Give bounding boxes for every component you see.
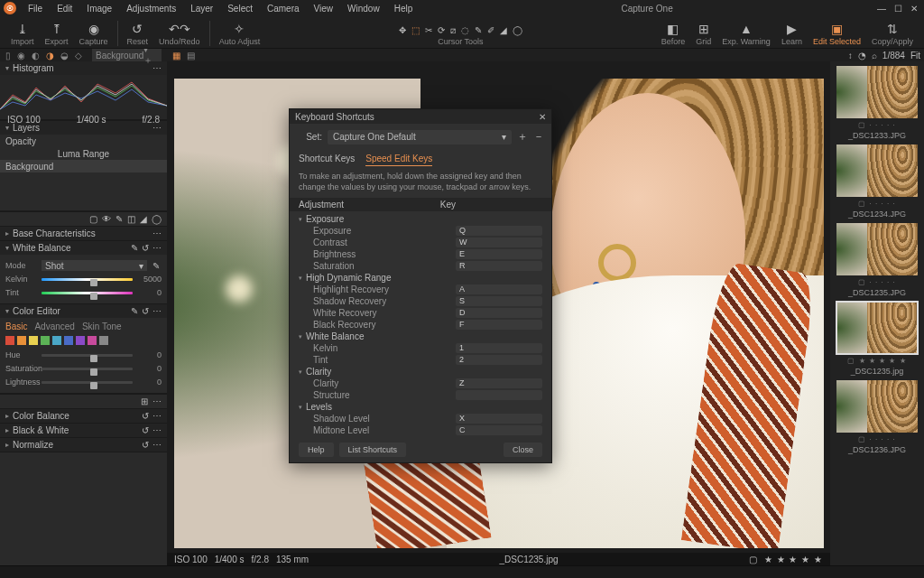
shortcut-key-input[interactable]: 2 <box>456 355 542 365</box>
thumbnail[interactable]: ▢ · · · · ·_DSC1236.JPG <box>836 379 919 454</box>
radial-icon[interactable]: ◯ <box>152 214 162 224</box>
pointer-tool-icon[interactable]: ⬚ <box>411 25 420 36</box>
rotate-tool-icon[interactable]: ⟳ <box>438 25 445 36</box>
set-select[interactable]: Capture One Default▾ <box>328 130 512 144</box>
close-button[interactable]: Close <box>504 443 542 457</box>
radial-tool-icon[interactable]: ◯ <box>513 25 522 36</box>
copy-apply-button[interactable]: ⇅Copy/Apply <box>866 22 919 46</box>
shortcut-key-input[interactable]: X <box>456 414 542 424</box>
menu-adjustments[interactable]: Adjustments <box>120 3 182 14</box>
gradient-tool-icon[interactable]: ◢ <box>500 25 507 36</box>
auto-adjust-button[interactable]: ✧Auto Adjust <box>214 22 266 46</box>
shortcut-key-input[interactable]: E <box>456 249 542 259</box>
sort-icon[interactable]: ↕ <box>848 51 853 61</box>
thumb-rating[interactable]: ▢ · · · · · <box>858 278 895 286</box>
learn-button[interactable]: ▶Learn <box>776 22 808 46</box>
shortcut-group[interactable]: ▾Exposure <box>290 213 551 225</box>
mask-icon[interactable]: ▢ <box>89 214 97 224</box>
thumb-rating[interactable]: ▢ ★ ★ ★ ★ ★ <box>847 357 906 365</box>
menu-file[interactable]: File <box>22 3 49 14</box>
before-button[interactable]: ◧Before <box>656 22 691 46</box>
thumbnail[interactable]: ▢ ★ ★ ★ ★ ★_DSC1235.jpg <box>836 301 919 376</box>
search-icon[interactable]: ⌕ <box>872 51 877 61</box>
bw-title[interactable]: Black & White <box>13 425 138 435</box>
shortcut-group[interactable]: ▾Levels <box>290 401 551 413</box>
maximize-button[interactable]: ☐ <box>892 4 904 14</box>
tab-capture-icon[interactable]: ◉ <box>17 51 25 61</box>
color-swatch[interactable] <box>99 336 108 345</box>
edit-selected-button[interactable]: ▣Edit Selected <box>808 22 866 46</box>
brush-tool-icon[interactable]: ✎ <box>475 25 482 36</box>
color-balance-title[interactable]: Color Balance <box>13 411 138 421</box>
tab-shortcut-keys[interactable]: Shortcut Keys <box>299 152 355 166</box>
color-swatch[interactable] <box>29 336 38 345</box>
reset-icon[interactable]: ↺ <box>142 243 149 253</box>
shortcut-key-input[interactable] <box>456 390 542 400</box>
shortcut-key-input[interactable]: Z <box>456 378 542 388</box>
shortcut-key-input[interactable]: 1 <box>456 343 542 353</box>
ce-tab-skin[interactable]: Skin Tone <box>82 322 122 331</box>
tab-exposure-icon[interactable]: ◒ <box>60 51 69 61</box>
shortcut-group[interactable]: ▾White Balance <box>290 331 551 342</box>
lightness-slider[interactable] <box>42 381 133 384</box>
view-single-icon[interactable]: ▦ <box>172 51 180 61</box>
help-button[interactable]: Help <box>299 443 334 457</box>
tab-color-icon[interactable]: ◑ <box>46 51 54 61</box>
shortcut-key-input[interactable]: Q <box>456 226 542 236</box>
menu-camera[interactable]: Camera <box>261 3 306 14</box>
keystone-tool-icon[interactable]: ⧄ <box>450 25 456 36</box>
ce-tab-basic[interactable]: Basic <box>5 322 27 331</box>
menu-image[interactable]: Image <box>80 3 118 14</box>
grid-button[interactable]: ⊞Grid <box>690 22 716 46</box>
shortcut-key-input[interactable]: S <box>456 296 542 306</box>
export-button[interactable]: ⤒Export <box>40 22 74 46</box>
picker-icon[interactable]: ✎ <box>131 306 138 316</box>
wb-picker-icon[interactable]: ✎ <box>151 261 162 271</box>
erase-tool-icon[interactable]: ✐ <box>487 25 494 36</box>
set-add-icon[interactable]: ＋ <box>517 129 528 144</box>
saturation-slider[interactable] <box>42 368 133 370</box>
zoom-fit[interactable]: Fit <box>910 51 920 61</box>
view-multi-icon[interactable]: ▤ <box>187 51 195 61</box>
pan-tool-icon[interactable]: ✥ <box>399 25 406 36</box>
eraser-icon[interactable]: ◫ <box>127 214 135 224</box>
shortcut-key-input[interactable]: D <box>456 308 542 318</box>
dialog-close-x[interactable]: ✕ <box>539 112 546 122</box>
crop-tool-icon[interactable]: ✂ <box>425 25 432 36</box>
menu-layer[interactable]: Layer <box>184 3 219 14</box>
base-title[interactable]: Base Characteristics <box>13 228 149 238</box>
spot-tool-icon[interactable]: ◌ <box>461 25 469 36</box>
shortcut-group[interactable]: ▾High Dynamic Range <box>290 272 551 284</box>
shortcut-key-input[interactable]: A <box>456 284 542 294</box>
shortcut-key-input[interactable]: W <box>456 238 542 247</box>
kelvin-slider[interactable] <box>42 278 133 281</box>
layer-background[interactable]: Background <box>0 160 167 172</box>
list-shortcuts-button[interactable]: List Shortcuts <box>339 443 407 457</box>
thumb-rating[interactable]: ▢ · · · · · <box>858 200 895 208</box>
ce-tab-advanced[interactable]: Advanced <box>34 322 74 331</box>
menu-select[interactable]: Select <box>221 3 259 14</box>
thumbnail[interactable]: ▢ · · · · ·_DSC1233.JPG <box>836 65 919 140</box>
color-swatch[interactable] <box>76 336 85 345</box>
thumb-rating[interactable]: ▢ · · · · · <box>858 121 895 129</box>
minimize-button[interactable]: — <box>875 4 888 14</box>
menu-help[interactable]: Help <box>388 3 420 14</box>
thumbnail[interactable]: ▢ · · · · ·_DSC1235.JPG <box>836 222 919 297</box>
thumb-rating[interactable]: ▢ · · · · · <box>858 435 895 443</box>
eye-icon[interactable]: 👁 <box>102 214 111 224</box>
color-swatch[interactable] <box>64 336 73 345</box>
color-swatch[interactable] <box>5 336 14 345</box>
wb-mode-select[interactable]: Shot▾ <box>42 260 147 271</box>
meta-color-tag[interactable]: ▢ <box>749 555 757 564</box>
tint-slider[interactable] <box>42 292 133 294</box>
color-swatch[interactable] <box>52 336 61 345</box>
gradient-icon[interactable]: ◢ <box>140 214 147 224</box>
thumbnail[interactable]: ▢ · · · · ·_DSC1234.JPG <box>836 144 919 219</box>
menu-window[interactable]: Window <box>341 3 386 14</box>
capture-button[interactable]: ◉Capture <box>74 22 114 46</box>
tab-lens-icon[interactable]: ◐ <box>32 51 40 61</box>
layer-selector[interactable]: Background▾ ＋ <box>92 49 162 61</box>
menu-edit[interactable]: Edit <box>51 3 79 14</box>
close-button[interactable]: ✕ <box>908 4 920 14</box>
shortcut-key-input[interactable]: F <box>456 320 542 330</box>
